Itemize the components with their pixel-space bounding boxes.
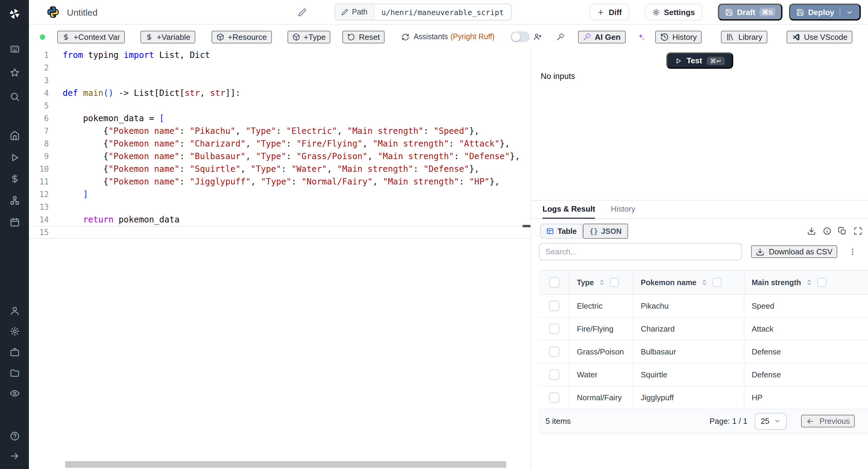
previous-page-button[interactable]: Previous [801, 415, 855, 428]
row-checkbox[interactable] [549, 370, 559, 380]
column-header-pokemon-name[interactable]: Pokemon name [633, 271, 744, 294]
column-filter-checkbox[interactable] [713, 278, 722, 287]
column-header-main-strength[interactable]: Main strength [744, 271, 868, 294]
table-cell: Electric [569, 295, 633, 317]
diff-button[interactable]: Diff [590, 4, 629, 21]
assistants-toggle[interactable] [510, 31, 530, 42]
type-label: +Type [304, 32, 326, 41]
table-row[interactable]: Fire/FlyingCharizardAttack [539, 318, 868, 341]
sort-icon[interactable] [805, 279, 813, 286]
view-table-toggle[interactable]: Table [540, 224, 583, 239]
table-cell: Defense [744, 364, 868, 386]
windmill-logo-icon[interactable] [7, 7, 22, 21]
column-filter-checkbox[interactable] [610, 278, 619, 287]
view-json-toggle[interactable]: {} JSON [583, 224, 628, 239]
code-line[interactable]: 15 [29, 226, 530, 239]
path-edit-button[interactable]: Path [335, 4, 374, 20]
kebab-menu-icon[interactable] [848, 247, 857, 256]
code-line[interactable]: 1from typing import List, Dict [29, 49, 530, 61]
variables-dollar-icon[interactable] [7, 171, 22, 186]
use-vscode-button[interactable]: Use VScode [786, 30, 852, 43]
expand-result-icon[interactable] [853, 227, 862, 236]
add-type-button[interactable]: +Type [287, 30, 330, 43]
row-checkbox[interactable] [549, 301, 559, 311]
page-size-select[interactable]: 25 [755, 413, 787, 430]
download-result-icon[interactable] [807, 227, 816, 236]
row-checkbox[interactable] [549, 347, 559, 357]
copy-result-icon[interactable] [838, 227, 846, 236]
code-line[interactable]: 2 [29, 61, 530, 74]
sparkles-icon[interactable] [636, 33, 645, 41]
schedules-calendar-icon[interactable] [7, 215, 22, 229]
resources-flow-icon[interactable] [7, 193, 22, 207]
line-number: 14 [29, 213, 63, 226]
runs-play-icon[interactable] [7, 150, 22, 164]
download-csv-button[interactable]: Download as CSV [751, 245, 837, 258]
row-checkbox[interactable] [549, 324, 559, 334]
tab-logs-result[interactable]: Logs & Result [542, 205, 595, 218]
table-row[interactable]: Grass/PoisonBulbasaurDefense [539, 341, 868, 364]
search-icon[interactable] [7, 89, 22, 104]
expand-sidebar-icon[interactable] [7, 448, 22, 463]
code-line[interactable]: 4def main() -> List[Dict[str, str]]: [29, 87, 530, 99]
code-line[interactable]: 9 {"Pokemon name": "Bulbasaur", "Type": … [29, 150, 530, 163]
assistants-reload-icon[interactable] [401, 33, 409, 41]
code-editor[interactable]: 1from typing import List, Dict234def mai… [29, 49, 530, 469]
user-icon[interactable] [7, 303, 22, 318]
draft-button[interactable]: Draft ⌘S [718, 4, 782, 21]
script-title: Untitled [67, 7, 98, 17]
search-input[interactable] [539, 243, 742, 260]
chevron-down-icon[interactable] [846, 8, 854, 16]
ai-gen-button[interactable]: AI Gen [578, 30, 625, 43]
edit-summary-pencil-icon[interactable] [298, 7, 307, 17]
workers-briefcase-icon[interactable] [7, 345, 22, 359]
settings-gear-icon[interactable] [7, 324, 22, 338]
history-clock-icon [660, 32, 669, 41]
sort-icon[interactable] [701, 279, 709, 286]
history-button[interactable]: History [655, 30, 702, 43]
deploy-button[interactable]: Deploy [789, 4, 861, 21]
code-line[interactable]: 3 [29, 74, 530, 87]
info-icon[interactable] [823, 227, 831, 236]
code-line[interactable]: 14 return pokemon_data [29, 213, 530, 226]
editor-horizontal-scrollbar[interactable] [65, 461, 506, 468]
column-filter-checkbox[interactable] [817, 278, 827, 287]
code-line[interactable]: 11 {"Pokemon name": "Jigglypuff", "Type"… [29, 176, 530, 188]
add-context-var-button[interactable]: +Context Var [57, 30, 125, 43]
code-line[interactable]: 6 pokemon_data = [ [29, 112, 530, 125]
row-checkbox-cell [539, 364, 569, 386]
reset-button[interactable]: Reset [343, 30, 385, 43]
format-wand-icon[interactable] [556, 33, 564, 41]
row-checkbox-cell [539, 295, 569, 317]
add-resource-button[interactable]: +Resource [212, 30, 272, 43]
select-all-checkbox[interactable] [549, 277, 559, 287]
code-line[interactable]: 8 {"Pokemon name": "Charizard", "Type": … [29, 137, 530, 150]
code-line[interactable]: 12 ] [29, 188, 530, 201]
code-line[interactable]: 13 [29, 201, 530, 213]
add-variable-button[interactable]: +Variable [141, 30, 195, 43]
tab-history[interactable]: History [611, 205, 635, 218]
home-icon[interactable] [7, 128, 22, 142]
help-icon[interactable] [7, 429, 22, 443]
table-row[interactable]: ElectricPikachuSpeed [539, 295, 868, 318]
sort-icon[interactable] [598, 279, 606, 286]
code-line[interactable]: 10 {"Pokemon name": "Squirtle", "Type": … [29, 163, 530, 176]
audit-eye-icon[interactable] [7, 386, 22, 400]
path-chip[interactable]: Path u/henri/maneuverable_script [335, 4, 512, 21]
folders-icon[interactable] [7, 365, 22, 380]
favorites-star-icon[interactable] [7, 65, 22, 80]
table-row[interactable]: Normal/FairyJigglypuffHP [539, 386, 868, 409]
table-row[interactable]: WaterSquirtleDefense [539, 364, 868, 386]
row-checkbox[interactable] [549, 393, 559, 403]
code-line[interactable]: 5 [29, 99, 530, 112]
user-plus-icon[interactable] [533, 33, 541, 41]
code-line[interactable]: 7 {"Pokemon name": "Pikachu", "Type": "E… [29, 125, 530, 137]
code-text: {"Pokemon name": "Pikachu", "Type": "Ele… [63, 125, 479, 137]
draft-label: Draft [737, 7, 755, 17]
settings-button[interactable]: Settings [645, 4, 702, 21]
column-header-type[interactable]: Type [569, 271, 633, 294]
library-button[interactable]: Library [721, 30, 767, 43]
quick-input-icon[interactable] [7, 41, 22, 56]
test-button[interactable]: Test ⌘↵ [666, 53, 733, 69]
line-number: 13 [29, 201, 63, 213]
